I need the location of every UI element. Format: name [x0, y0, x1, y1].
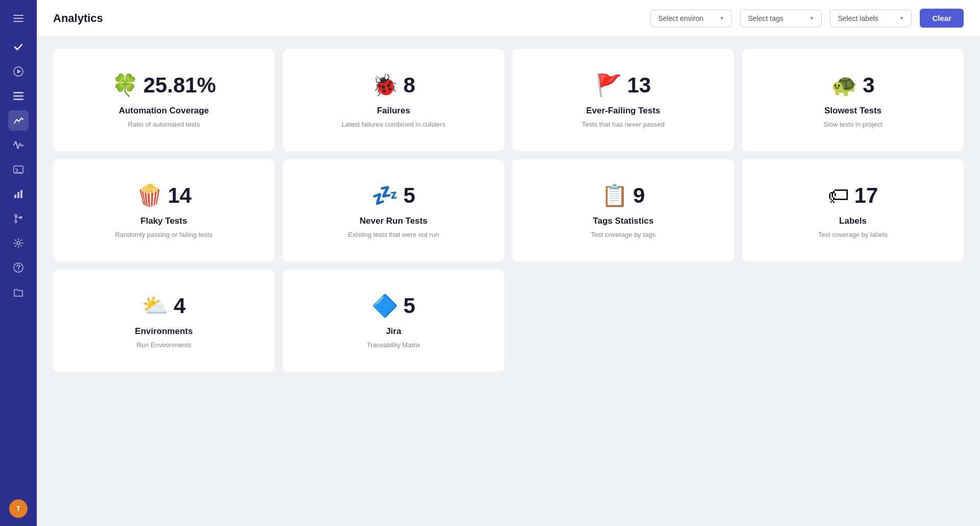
svg-rect-10 [14, 195, 16, 198]
card-metric: ⛅ 4 [142, 294, 185, 318]
card-value: 4 [174, 294, 185, 318]
card-value: 8 [403, 73, 415, 98]
analytics-card[interactable]: 📋 9 Tags Statistics Test coverage by tag… [512, 159, 734, 261]
card-value: 14 [168, 183, 192, 208]
card-emoji: ⛅ [142, 295, 168, 317]
svg-point-13 [15, 214, 17, 217]
environment-filter-label: Select environ [658, 14, 703, 22]
svg-rect-8 [14, 166, 23, 173]
analytics-card[interactable]: ⛅ 4 Environments Run Environments [53, 270, 275, 372]
card-metric: 🚩 13 [596, 73, 651, 98]
tags-filter[interactable]: Select tags ▼ [740, 10, 822, 27]
card-emoji: 🔷 [372, 295, 398, 317]
card-emoji: 🍀 [112, 75, 138, 96]
svg-rect-12 [20, 190, 22, 198]
card-title: Slowest Tests [824, 106, 881, 116]
svg-point-19 [18, 270, 19, 271]
card-value: 3 [863, 73, 874, 98]
card-title: Never Run Tests [360, 216, 428, 226]
analytics-card[interactable]: 🚩 13 Ever-Failing Tests Tests that has n… [512, 49, 734, 151]
svg-rect-0 [13, 15, 23, 16]
sidebar: T [0, 0, 37, 526]
analytics-card[interactable]: 🍿 14 Flaky Tests Randomly passing or fai… [53, 159, 275, 261]
card-value: 9 [633, 183, 645, 208]
card-emoji: 💤 [372, 185, 398, 206]
card-description: Randomly passing or failing tests [115, 230, 213, 240]
activity-nav-icon[interactable] [8, 135, 29, 155]
page-header: Analytics Select environ ▼ Select tags ▼… [37, 0, 980, 37]
chart-nav-icon[interactable] [8, 184, 29, 204]
analytics-card[interactable]: 🐞 8 Failures Latest failures combined in… [283, 49, 504, 151]
svg-point-14 [15, 221, 17, 223]
card-emoji: 🏷 [828, 185, 849, 206]
chevron-down-icon: ▼ [720, 15, 725, 21]
card-title: Jira [386, 326, 401, 337]
terminal-nav-icon[interactable] [8, 159, 29, 180]
chevron-down-icon: ▼ [899, 15, 904, 21]
card-title: Failures [377, 106, 410, 116]
analytics-card[interactable]: 🐢 3 Slowest Tests Slow tests in project [742, 49, 964, 151]
analytics-card[interactable]: 💤 5 Never Run Tests Existing tests that … [283, 159, 504, 261]
card-metric: 🐢 3 [831, 73, 874, 98]
card-description: Ratio of automated tests [128, 120, 200, 129]
card-description: Test coverage by tags [591, 230, 655, 240]
card-title: Tags Statistics [593, 216, 654, 226]
content-area: 🍀 25.81% Automation Coverage Ratio of au… [37, 37, 980, 526]
analytics-card[interactable]: 🍀 25.81% Automation Coverage Ratio of au… [53, 49, 275, 151]
folder-nav-icon[interactable] [8, 282, 29, 302]
card-metric: 📋 9 [601, 183, 645, 208]
user-avatar[interactable]: T [9, 499, 28, 518]
check-nav-icon[interactable] [8, 37, 29, 57]
svg-point-17 [17, 242, 20, 245]
svg-rect-7 [13, 99, 23, 100]
card-emoji: 🚩 [596, 75, 622, 96]
analytics-card[interactable]: 🔷 5 Jira Traceability Matrix [283, 270, 504, 372]
labels-filter-label: Select labels [838, 14, 878, 22]
card-title: Automation Coverage [119, 106, 209, 116]
clear-button[interactable]: Clear [920, 9, 964, 28]
analytics-grid: 🍀 25.81% Automation Coverage Ratio of au… [53, 49, 964, 372]
play-nav-icon[interactable] [8, 61, 29, 82]
svg-rect-5 [13, 92, 23, 93]
card-metric: 💤 5 [372, 183, 415, 208]
list-nav-icon[interactable] [8, 86, 29, 106]
card-value: 13 [627, 73, 651, 98]
card-description: Traceability Matrix [367, 341, 421, 350]
svg-rect-11 [17, 192, 19, 198]
svg-marker-4 [17, 69, 21, 74]
tags-filter-label: Select tags [748, 14, 783, 22]
chevron-down-icon: ▼ [810, 15, 815, 21]
analytics-card[interactable]: 🏷 17 Labels Test coverage by labels [742, 159, 964, 261]
card-description: Existing tests that were not run [348, 230, 439, 240]
card-value: 5 [403, 183, 415, 208]
card-metric: 🍀 25.81% [112, 73, 216, 98]
help-nav-icon[interactable] [8, 257, 29, 278]
card-description: Test coverage by labels [818, 230, 888, 240]
card-emoji: 🍿 [136, 185, 163, 206]
branch-nav-icon[interactable] [8, 208, 29, 229]
card-metric: 🐞 8 [372, 73, 415, 98]
card-emoji: 🐞 [372, 75, 398, 96]
card-description: Slow tests in project [823, 120, 883, 129]
svg-rect-6 [13, 95, 23, 97]
settings-nav-icon[interactable] [8, 233, 29, 253]
card-title: Environments [135, 326, 192, 337]
svg-rect-2 [13, 21, 23, 22]
card-emoji: 📋 [601, 185, 628, 206]
card-value: 5 [403, 294, 415, 318]
card-value: 17 [854, 183, 878, 208]
card-description: Tests that has never passed [582, 120, 665, 129]
card-description: Run Environments [137, 341, 191, 350]
card-title: Ever-Failing Tests [586, 106, 660, 116]
card-metric: 🏷 17 [828, 183, 878, 208]
card-value: 25.81% [143, 73, 216, 98]
environment-filter[interactable]: Select environ ▼ [650, 10, 732, 27]
svg-rect-1 [13, 18, 23, 19]
main-area: Analytics Select environ ▼ Select tags ▼… [37, 0, 980, 526]
card-metric: 🔷 5 [372, 294, 415, 318]
hamburger-menu[interactable] [8, 8, 29, 29]
analytics-nav-icon[interactable] [8, 110, 29, 131]
card-emoji: 🐢 [831, 75, 857, 96]
page-title: Analytics [53, 12, 642, 25]
labels-filter[interactable]: Select labels ▼ [830, 10, 912, 27]
